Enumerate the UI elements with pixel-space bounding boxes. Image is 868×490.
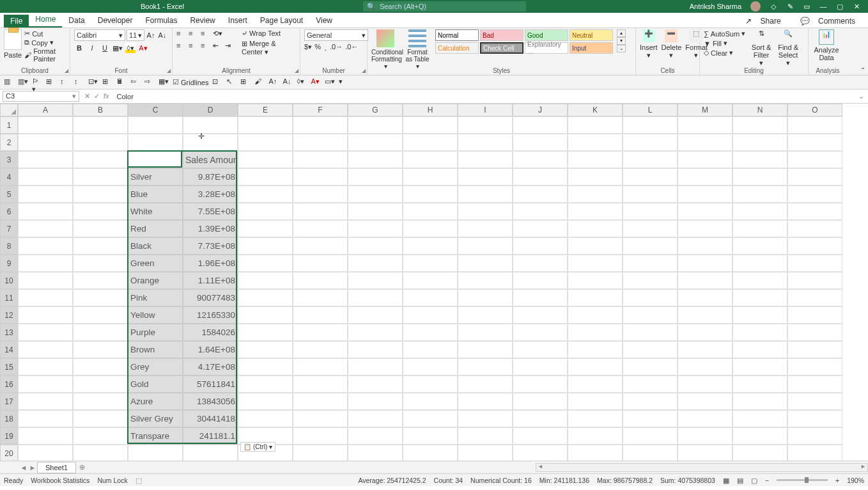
cell-E15[interactable] bbox=[238, 358, 293, 375]
cell-C15[interactable]: Grey bbox=[128, 358, 183, 375]
cell-L15[interactable] bbox=[623, 358, 678, 375]
clipboard-dialog-launcher[interactable]: ◢ bbox=[65, 68, 68, 74]
cell-N9[interactable] bbox=[732, 255, 787, 272]
row-header-1[interactable]: 1 bbox=[0, 116, 18, 134]
cell-B5[interactable] bbox=[73, 186, 128, 203]
row-header-12[interactable]: 12 bbox=[0, 306, 18, 324]
qat-icon-21[interactable]: ▭▾ bbox=[325, 77, 335, 88]
cell-B13[interactable] bbox=[73, 324, 128, 341]
qat-icon-4[interactable]: ⊞ bbox=[46, 77, 56, 88]
cell-M8[interactable] bbox=[678, 237, 732, 255]
cell-I13[interactable] bbox=[458, 324, 513, 341]
alignment-dialog-launcher[interactable]: ◢ bbox=[295, 68, 298, 74]
cell-O4[interactable] bbox=[787, 168, 842, 186]
orientation-button[interactable]: ⟲▾ bbox=[213, 29, 223, 40]
cell-N4[interactable] bbox=[732, 168, 787, 186]
row-header-18[interactable]: 18 bbox=[0, 410, 18, 427]
cell-M20[interactable] bbox=[678, 445, 732, 461]
cell-M1[interactable] bbox=[678, 116, 732, 134]
analyze-data-button[interactable]: 📊 Analyze Data bbox=[812, 29, 841, 61]
font-name-dropdown[interactable]: Calibri▾ bbox=[74, 29, 125, 41]
row-header-16[interactable]: 16 bbox=[0, 375, 18, 393]
cell-M13[interactable] bbox=[678, 324, 732, 341]
cell-O20[interactable] bbox=[787, 445, 842, 461]
comma-button[interactable]: ˏ bbox=[323, 43, 327, 51]
cell-B7[interactable] bbox=[73, 220, 128, 237]
cell-K15[interactable] bbox=[568, 358, 623, 375]
cell-N14[interactable] bbox=[732, 341, 787, 358]
style-gallery-down[interactable]: ▾ bbox=[617, 37, 626, 45]
cell-M9[interactable] bbox=[678, 255, 732, 272]
cell-C17[interactable]: Azure bbox=[128, 393, 183, 410]
cell-A5[interactable] bbox=[18, 186, 73, 203]
cell-K1[interactable] bbox=[568, 116, 623, 134]
cell-O3[interactable] bbox=[787, 151, 842, 168]
cell-J20[interactable] bbox=[513, 445, 568, 461]
cell-O16[interactable] bbox=[787, 375, 842, 393]
cell-A4[interactable] bbox=[18, 168, 73, 186]
cell-O7[interactable] bbox=[787, 220, 842, 237]
cell-K12[interactable] bbox=[568, 306, 623, 324]
cell-N10[interactable] bbox=[732, 272, 787, 289]
cell-A1[interactable] bbox=[18, 116, 73, 134]
cell-G1[interactable] bbox=[348, 116, 403, 134]
cell-A10[interactable] bbox=[18, 272, 73, 289]
cell-F18[interactable] bbox=[293, 410, 348, 427]
cell-L3[interactable] bbox=[623, 151, 678, 168]
cell-C9[interactable]: Green bbox=[128, 255, 183, 272]
align-center-button[interactable]: ≡ bbox=[189, 42, 199, 52]
cell-D20[interactable] bbox=[183, 445, 238, 461]
zoom-level[interactable]: 190% bbox=[847, 477, 864, 484]
cell-L7[interactable] bbox=[623, 220, 678, 237]
minimize-icon[interactable]: — bbox=[819, 3, 827, 10]
cell-H18[interactable] bbox=[403, 410, 458, 427]
name-box[interactable]: C3▾ bbox=[3, 91, 79, 102]
cell-L14[interactable] bbox=[623, 341, 678, 358]
cell-C13[interactable]: Purple bbox=[128, 324, 183, 341]
style-cell-5[interactable]: Check Cell bbox=[480, 42, 523, 54]
cell-G10[interactable] bbox=[348, 272, 403, 289]
align-middle-button[interactable]: ≡ bbox=[189, 29, 199, 40]
qat-icon-14[interactable]: ↖ bbox=[226, 77, 236, 88]
cell-M4[interactable] bbox=[678, 168, 732, 186]
cell-C10[interactable]: Orange bbox=[128, 272, 183, 289]
bold-button[interactable]: B bbox=[74, 43, 84, 53]
cell-D16[interactable]: 57611841 bbox=[183, 375, 238, 393]
qat-icon-1[interactable]: ▥ bbox=[4, 77, 14, 88]
cell-O2[interactable] bbox=[787, 134, 842, 151]
cell-B18[interactable] bbox=[73, 410, 128, 427]
column-header-D[interactable]: D bbox=[183, 104, 238, 116]
cell-F19[interactable] bbox=[293, 427, 348, 445]
cell-F9[interactable] bbox=[293, 255, 348, 272]
cell-styles-gallery[interactable]: NormalBadGoodNeutralCalculationCheck Cel… bbox=[435, 29, 613, 54]
cell-F10[interactable] bbox=[293, 272, 348, 289]
cell-K3[interactable] bbox=[568, 151, 623, 168]
column-header-L[interactable]: L bbox=[623, 104, 678, 116]
cell-M7[interactable] bbox=[678, 220, 732, 237]
maximize-icon[interactable]: ▢ bbox=[836, 3, 844, 10]
cell-A9[interactable] bbox=[18, 255, 73, 272]
sheet-nav-next[interactable]: ► bbox=[28, 464, 37, 471]
cell-N13[interactable] bbox=[732, 324, 787, 341]
cell-K16[interactable] bbox=[568, 375, 623, 393]
cell-O6[interactable] bbox=[787, 203, 842, 220]
tab-review[interactable]: Review bbox=[183, 13, 221, 28]
style-cell-1[interactable]: Bad bbox=[480, 29, 523, 41]
cell-G17[interactable] bbox=[348, 393, 403, 410]
cell-K11[interactable] bbox=[568, 289, 623, 306]
column-header-E[interactable]: E bbox=[238, 104, 293, 116]
cell-D17[interactable]: 13843056 bbox=[183, 393, 238, 410]
qat-icon-13[interactable]: ⊡ bbox=[212, 77, 222, 88]
zoom-out-button[interactable]: − bbox=[765, 477, 769, 484]
sheet-nav-prev[interactable]: ◄ bbox=[19, 464, 28, 471]
cell-I1[interactable] bbox=[458, 116, 513, 134]
cell-D15[interactable]: 4.17E+08 bbox=[183, 358, 238, 375]
pen-icon[interactable]: ✎ bbox=[786, 3, 794, 10]
cell-H14[interactable] bbox=[403, 341, 458, 358]
cell-O13[interactable] bbox=[787, 324, 842, 341]
cell-F3[interactable] bbox=[293, 151, 348, 168]
row-header-6[interactable]: 6 bbox=[0, 203, 18, 220]
cell-L9[interactable] bbox=[623, 255, 678, 272]
cell-D2[interactable] bbox=[183, 134, 238, 151]
cell-B12[interactable] bbox=[73, 306, 128, 324]
